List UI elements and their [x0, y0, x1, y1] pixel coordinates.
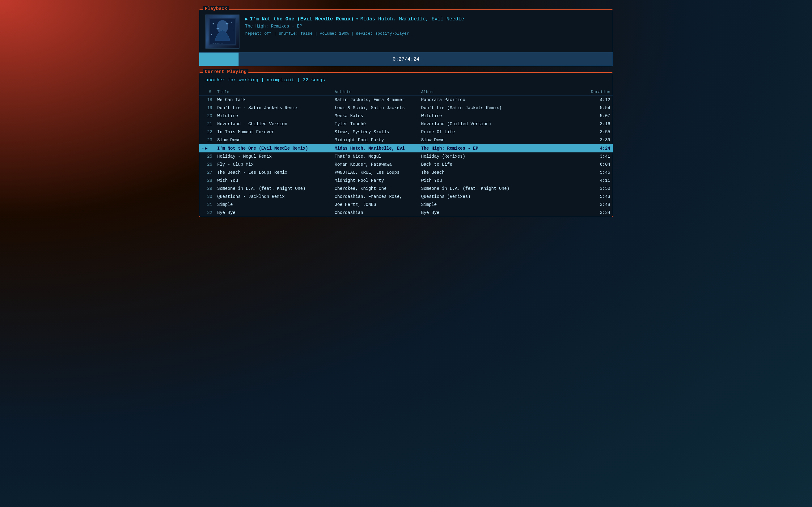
row-duration: 5:45: [588, 168, 613, 176]
row-artists: Slowz, Mystery Skulls: [332, 128, 419, 136]
row-duration: 5:07: [588, 112, 613, 120]
table-row[interactable]: 22 In This Moment Forever Slowz, Mystery…: [199, 128, 613, 136]
table-row[interactable]: 27 The Beach - Les Loups Remix PWNDTIAC,…: [199, 168, 613, 176]
svg-point-5: [233, 30, 234, 30]
row-num: 25: [199, 153, 215, 160]
row-artists: Chordashian: [332, 209, 419, 217]
row-album: Prime Of Life: [419, 128, 588, 136]
row-album: Bye Bye: [419, 209, 588, 217]
row-artists: Midnight Pool Party: [332, 136, 419, 144]
row-artists: Cherokee, Knight One: [332, 184, 419, 192]
row-title: With You: [215, 176, 332, 184]
row-num: 22: [199, 128, 215, 136]
row-album: Wildfire: [419, 112, 588, 120]
playback-content: THE HIGH: EP ▶ I'm Not the One (Evil Nee…: [199, 10, 613, 52]
row-artists: Midnight Pool Party: [332, 176, 419, 184]
row-title: Neverland - Chilled Version: [215, 120, 332, 128]
table-row[interactable]: 21 Neverland - Chilled Version Tyler Tou…: [199, 120, 613, 128]
album-art: THE HIGH: EP: [205, 14, 240, 49]
table-row[interactable]: 18 We Can Talk Satin Jackets, Emma Bramm…: [199, 96, 613, 104]
svg-point-3: [212, 23, 214, 24]
row-duration: 3:55: [588, 128, 613, 136]
playback-panel: Playback: [199, 9, 613, 66]
row-album: Panorama Pacifico: [419, 96, 588, 104]
track-title-row: ▶ I'm Not the One (Evil Needle Remix) • …: [245, 16, 607, 22]
row-artists: Roman Kouder, Patawawa: [332, 160, 419, 168]
playlist-name: another for working | noimplicit | 32 so…: [205, 77, 607, 83]
row-num: 32: [199, 209, 215, 217]
row-artists: Tyler Touché: [332, 120, 419, 128]
row-title: The Beach - Les Loups Remix: [215, 168, 332, 176]
col-header-title: Title: [215, 89, 332, 96]
playlist-label: Current Playing: [203, 69, 248, 74]
row-album: Simple: [419, 201, 588, 209]
table-row[interactable]: 31 Simple Joe Hertz, JONES Simple 3:48: [199, 201, 613, 209]
table-row[interactable]: 25 Holiday - Mogul Remix That's Nice, Mo…: [199, 153, 613, 160]
row-duration: 3:39: [588, 136, 613, 144]
row-duration: 3:48: [588, 201, 613, 209]
row-title: Don't Lie - Satin Jackets Remix: [215, 104, 332, 112]
table-row[interactable]: ♡ ▶ I'm Not the One (Evil Needle Remix) …: [199, 144, 613, 153]
row-num: 28: [199, 176, 215, 184]
bullet-separator: •: [356, 16, 359, 22]
track-album: The High: Remixes - EP: [245, 24, 607, 29]
table-row[interactable]: 32 Bye Bye Chordashian Bye Bye 3:34: [199, 209, 613, 217]
col-header-num: #: [199, 89, 215, 96]
row-artists: Chordashian, Frances Rose,: [332, 192, 419, 201]
row-album: The High: Remixes - EP: [419, 144, 588, 153]
row-title: Someone in L.A. (feat. Knight One): [215, 184, 332, 192]
row-title: Simple: [215, 201, 332, 209]
table-row[interactable]: 29 Someone in L.A. (feat. Knight One) Ch…: [199, 184, 613, 192]
row-duration: 4:24: [588, 144, 613, 153]
row-duration: 3:16: [588, 120, 613, 128]
track-artists: Midas Hutch, Maribelle, Evil Needle: [360, 16, 464, 22]
row-num: 29: [199, 184, 215, 192]
row-artists: Satin Jackets, Emma Brammer: [332, 96, 419, 104]
row-duration: 3:41: [588, 153, 613, 160]
row-album: Slow Down: [419, 136, 588, 144]
playlist-table: # Title Artists Album Duration 18 We Can…: [199, 89, 613, 217]
heart-icon: ♡: [202, 146, 204, 151]
col-header-duration: Duration: [588, 89, 613, 96]
row-num: 31: [199, 201, 215, 209]
row-title: In This Moment Forever: [215, 128, 332, 136]
col-header-album: Album: [419, 89, 588, 96]
row-title: Questions - Jacklndn Remix: [215, 192, 332, 201]
table-row[interactable]: 19 Don't Lie - Satin Jackets Remix Loui …: [199, 104, 613, 112]
row-title: I'm Not the One (Evil Needle Remix): [215, 144, 332, 153]
row-num: ♡ ▶: [199, 144, 215, 153]
row-title: Slow Down: [215, 136, 332, 144]
row-num: 27: [199, 168, 215, 176]
row-num: 20: [199, 112, 215, 120]
row-num: 21: [199, 120, 215, 128]
table-row[interactable]: 20 Wildfire Meeka Kates Wildfire 5:07: [199, 112, 613, 120]
table-row[interactable]: 26 Fly - Club Mix Roman Kouder, Patawawa…: [199, 160, 613, 168]
row-title: Wildfire: [215, 112, 332, 120]
playlist-panel: Current Playing another for working | no…: [199, 72, 613, 217]
track-meta: repeat: off | shuffle: false | volume: 1…: [245, 31, 607, 36]
row-num: 30: [199, 192, 215, 201]
row-num: 18: [199, 96, 215, 104]
row-artists: PWNDTIAC, KRUE, Les Loups: [332, 168, 419, 176]
row-num: 26: [199, 160, 215, 168]
svg-point-4: [232, 22, 232, 23]
col-header-artists: Artists: [332, 89, 419, 96]
row-duration: 3:50: [588, 184, 613, 192]
table-row[interactable]: 28 With You Midnight Pool Party With You…: [199, 176, 613, 184]
row-album: Holiday (Remixes): [419, 153, 588, 160]
progress-fill: [199, 53, 239, 66]
row-duration: 6:04: [588, 160, 613, 168]
row-artists: Midas Hutch, Maribelle, Evi: [332, 144, 419, 153]
progress-bar[interactable]: 0:27/4:24: [199, 52, 613, 66]
row-title: Holiday - Mogul Remix: [215, 153, 332, 160]
table-row[interactable]: 30 Questions - Jacklndn Remix Chordashia…: [199, 192, 613, 201]
row-duration: 4:11: [588, 176, 613, 184]
row-album: Back to Life: [419, 160, 588, 168]
table-row[interactable]: 23 Slow Down Midnight Pool Party Slow Do…: [199, 136, 613, 144]
track-title: I'm Not the One (Evil Needle Remix): [250, 16, 354, 22]
row-album: The Beach: [419, 168, 588, 176]
row-duration: 3:34: [588, 209, 613, 217]
row-album: Don't Lie (Satin Jackets Remix): [419, 104, 588, 112]
progress-track: [239, 53, 613, 66]
row-artists: Loui & Scibi, Satin Jackets: [332, 104, 419, 112]
